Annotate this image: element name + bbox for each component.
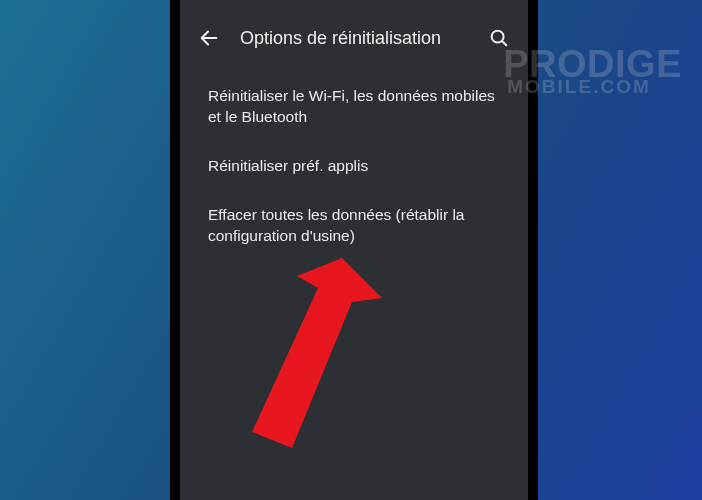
- option-factory-reset[interactable]: Effacer toutes les données (rétablir la …: [208, 191, 500, 261]
- arrow-left-icon: [198, 27, 220, 49]
- option-label: Réinitialiser préf. applis: [208, 157, 368, 174]
- phone-frame: 16:25 4G: [170, 0, 538, 500]
- option-label: Effacer toutes les données (rétablir la …: [208, 206, 464, 244]
- status-bar: 16:25 4G: [180, 0, 528, 2]
- scene: 16:25 4G: [0, 0, 702, 500]
- screen: 16:25 4G: [180, 0, 528, 500]
- search-button[interactable]: [488, 27, 510, 49]
- app-bar: Options de réinitialisation: [180, 14, 528, 62]
- option-reset-app-prefs[interactable]: Réinitialiser préf. applis: [208, 142, 500, 191]
- page-title: Options de réinitialisation: [240, 28, 468, 49]
- back-button[interactable]: [198, 27, 220, 49]
- search-icon: [488, 27, 510, 49]
- option-label: Réinitialiser le Wi-Fi, les données mobi…: [208, 87, 495, 125]
- option-reset-network[interactable]: Réinitialiser le Wi-Fi, les données mobi…: [208, 72, 500, 142]
- reset-options-list: Réinitialiser le Wi-Fi, les données mobi…: [180, 72, 528, 261]
